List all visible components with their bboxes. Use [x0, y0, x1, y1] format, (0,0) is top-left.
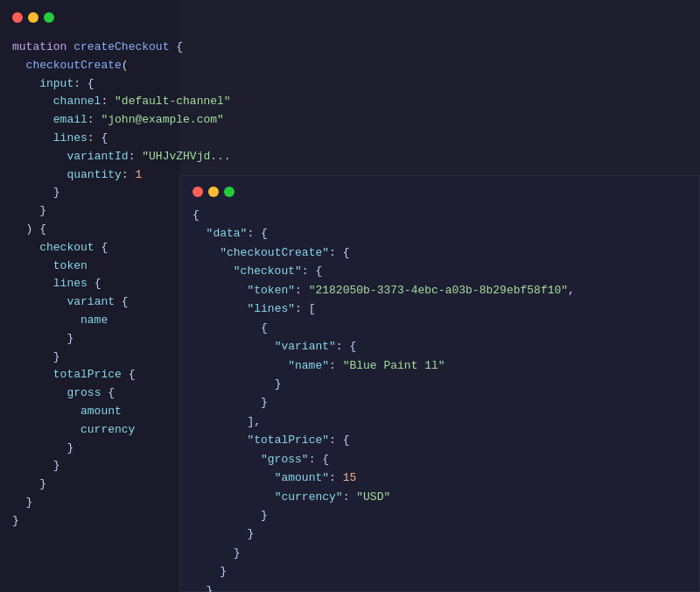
- traffic-lights-left: [0, 0, 179, 32]
- main-window: mutation createCheckout { checkoutCreate…: [0, 0, 700, 592]
- right-code-content: { "data": { "checkoutCreate": { "checkou…: [180, 206, 699, 592]
- traffic-lights-right: [180, 176, 699, 206]
- maximize-button[interactable]: [44, 12, 54, 23]
- left-code-content: mutation createCheckout { checkoutCreate…: [0, 32, 179, 538]
- close-button-right[interactable]: [192, 187, 203, 197]
- minimize-button[interactable]: [28, 12, 38, 23]
- right-code-panel: { "data": { "checkoutCreate": { "checkou…: [179, 175, 700, 592]
- minimize-button-right[interactable]: [208, 187, 219, 197]
- close-button[interactable]: [12, 12, 23, 23]
- left-code-panel: mutation createCheckout { checkoutCreate…: [0, 0, 179, 592]
- maximize-button-right[interactable]: [224, 187, 234, 197]
